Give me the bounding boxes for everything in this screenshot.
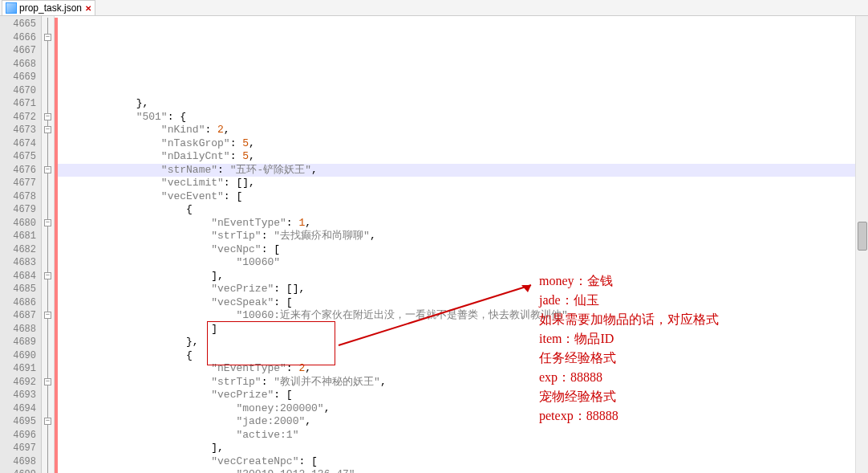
line-number: 4669 bbox=[0, 71, 36, 84]
code-line[interactable]: "nEventType": 2, bbox=[58, 362, 855, 376]
line-number: 4685 bbox=[0, 283, 36, 296]
code-line[interactable]: "vecLimit": [], bbox=[58, 177, 855, 190]
code-line[interactable]: ], bbox=[58, 442, 855, 455]
code-line[interactable]: { bbox=[58, 349, 855, 363]
fold-toggle[interactable]: − bbox=[44, 378, 51, 385]
line-number: 4680 bbox=[0, 217, 36, 230]
line-number: 4684 bbox=[0, 270, 36, 283]
line-number: 4677 bbox=[0, 177, 36, 190]
line-number: 4679 bbox=[0, 203, 36, 217]
fold-toggle[interactable]: − bbox=[44, 272, 51, 279]
line-number: 4675 bbox=[0, 150, 36, 164]
line-number: 4695 bbox=[0, 415, 36, 429]
tab-filename: prop_task.json bbox=[19, 2, 82, 14]
line-number: 4671 bbox=[0, 97, 36, 111]
line-number: 4682 bbox=[0, 243, 36, 257]
fold-toggle[interactable]: − bbox=[44, 219, 51, 226]
code-line[interactable]: }, bbox=[58, 336, 855, 349]
line-number: 4683 bbox=[0, 256, 36, 270]
line-number: 4670 bbox=[0, 84, 36, 98]
code-line[interactable]: "vecEvent": [ bbox=[58, 190, 855, 204]
line-number: 4672 bbox=[0, 111, 36, 124]
code-line[interactable]: "vecPrize": [], bbox=[58, 283, 855, 296]
line-number: 4691 bbox=[0, 362, 36, 376]
code-line[interactable]: "strTip": "去找癫疥和尚聊聊", bbox=[58, 230, 855, 243]
line-number: 4668 bbox=[0, 58, 36, 71]
code-line[interactable]: ] bbox=[58, 323, 855, 336]
code-line[interactable]: "strName": "五环-铲除妖王", bbox=[58, 164, 855, 177]
line-number: 4689 bbox=[0, 336, 36, 349]
code-line[interactable]: "501": { bbox=[58, 111, 855, 124]
line-number: 4667 bbox=[0, 44, 36, 58]
file-tab[interactable]: prop_task.json ✕ bbox=[2, 0, 95, 15]
file-icon bbox=[6, 2, 17, 14]
line-number: 4696 bbox=[0, 429, 36, 442]
fold-toggle[interactable]: − bbox=[44, 166, 51, 173]
code-line[interactable]: "nEventType": 1, bbox=[58, 217, 855, 230]
line-number: 4698 bbox=[0, 455, 36, 469]
line-number: 4697 bbox=[0, 442, 36, 455]
code-line[interactable]: "nTaskGrop": 5, bbox=[58, 137, 855, 151]
line-number: 4681 bbox=[0, 230, 36, 243]
code-line[interactable]: "vecSpeak": [ bbox=[58, 296, 855, 310]
code-area[interactable]: money：金钱 jade：仙玉 如果需要加物品的话，对应格式 item：物品I… bbox=[58, 16, 855, 473]
code-line[interactable]: "30019,1012,136,47" bbox=[58, 468, 855, 473]
line-number: 4674 bbox=[0, 137, 36, 151]
editor-window: prop_task.json ✕ 46654666466746684669467… bbox=[0, 0, 868, 473]
code-line[interactable]: { bbox=[58, 203, 855, 217]
fold-toggle[interactable]: − bbox=[44, 113, 51, 120]
code-line[interactable]: "vecCreateNpc": [ bbox=[58, 455, 855, 469]
fold-column[interactable]: −−−−−−−−− bbox=[42, 16, 55, 473]
scroll-thumb[interactable] bbox=[858, 222, 867, 251]
fold-toggle[interactable]: − bbox=[44, 34, 51, 41]
line-number: 4676 bbox=[0, 164, 36, 177]
line-number: 4692 bbox=[0, 376, 36, 389]
vertical-scrollbar[interactable] bbox=[855, 16, 868, 473]
close-icon[interactable]: ✕ bbox=[85, 4, 91, 13]
line-number: 4690 bbox=[0, 349, 36, 363]
line-number: 4686 bbox=[0, 296, 36, 310]
fold-toggle[interactable]: − bbox=[44, 126, 51, 133]
line-number: 4666 bbox=[0, 31, 36, 45]
code-line[interactable]: "strTip": "教训并不神秘的妖王", bbox=[58, 376, 855, 389]
line-number-gutter: 4665466646674668466946704671467246734674… bbox=[0, 16, 42, 473]
code-line[interactable]: ], bbox=[58, 270, 855, 283]
editor-body: 4665466646674668466946704671467246734674… bbox=[0, 16, 868, 473]
line-number: 4673 bbox=[0, 124, 36, 137]
annotation-text: money：金钱 jade：仙玉 如果需要加物品的话，对应格式 item：物品I… bbox=[539, 271, 719, 426]
line-number: 4694 bbox=[0, 402, 36, 416]
code-line[interactable]: "jade:2000", bbox=[58, 415, 855, 429]
code-line[interactable]: "nDailyCnt": 5, bbox=[58, 150, 855, 164]
code-line[interactable]: }, bbox=[58, 97, 855, 111]
code-line[interactable]: "vecNpc": [ bbox=[58, 243, 855, 257]
code-line[interactable]: "10060" bbox=[58, 256, 855, 270]
code-line[interactable]: "10060:近来有个家伙在附近出没，一看就不是善类，快去教训教训他" bbox=[58, 309, 855, 323]
tab-bar: prop_task.json ✕ bbox=[0, 0, 868, 16]
line-number: 4687 bbox=[0, 309, 36, 323]
line-number: 4693 bbox=[0, 389, 36, 402]
code-line[interactable]: "vecPrize": [ bbox=[58, 389, 855, 402]
fold-toggle[interactable]: − bbox=[44, 418, 51, 425]
code-line[interactable]: "money:200000", bbox=[58, 402, 855, 416]
line-number: 4699 bbox=[0, 468, 36, 473]
line-number: 4688 bbox=[0, 323, 36, 336]
line-number: 4665 bbox=[0, 18, 36, 31]
fold-toggle[interactable]: − bbox=[44, 312, 51, 319]
code-line[interactable]: "nKind": 2, bbox=[58, 124, 855, 137]
line-number: 4678 bbox=[0, 190, 36, 204]
code-line[interactable]: "active:1" bbox=[58, 429, 855, 442]
